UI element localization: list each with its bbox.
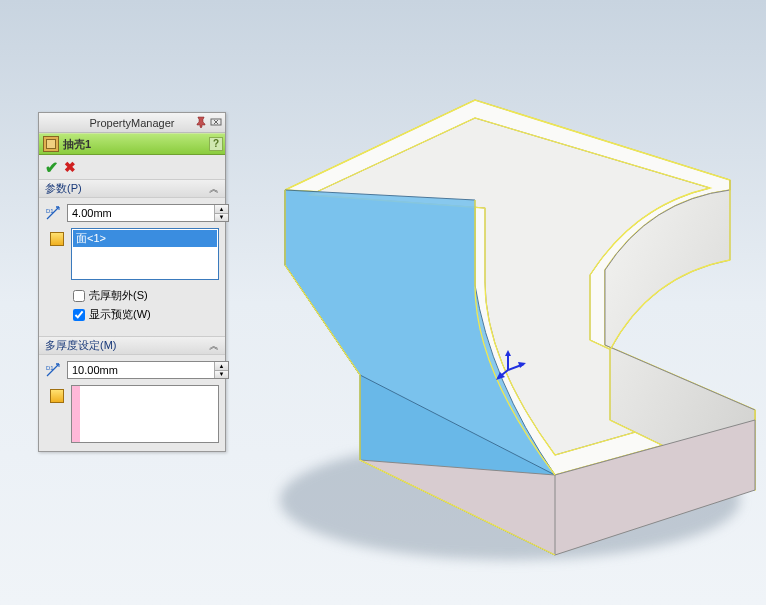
parameters-header[interactable]: 参数(P) ︽ — [39, 180, 225, 198]
parameters-body: D1 ▲ ▼ 面<1> — [39, 198, 225, 332]
show-preview-row: 显示预览(W) — [45, 305, 219, 324]
help-button[interactable]: ? — [209, 137, 223, 151]
header-toolbar — [194, 115, 223, 129]
spin-up-button[interactable]: ▲ — [215, 205, 228, 214]
multi-thickness-row: D1 ▲ ▼ — [45, 361, 219, 379]
show-preview-label: 显示预览(W) — [89, 307, 151, 322]
spin-down-button[interactable]: ▼ — [215, 371, 228, 379]
svg-text:D1: D1 — [46, 208, 54, 214]
expand-icon[interactable] — [209, 115, 223, 129]
svg-text:D1: D1 — [46, 365, 54, 371]
shell-outward-checkbox[interactable] — [73, 290, 85, 302]
multi-thickness-title: 多厚度设定(M) — [45, 338, 117, 353]
pushpin-icon[interactable] — [194, 115, 208, 129]
active-row-indicator — [72, 386, 80, 442]
property-manager-panel: PropertyManager 抽壳1 ? ✔ ✖ 参数(P) ︽ D1 — [38, 112, 226, 452]
face-selection-icon — [45, 387, 69, 405]
multi-faces-list[interactable] — [71, 385, 219, 443]
property-manager-header: PropertyManager — [39, 113, 225, 133]
show-preview-checkbox[interactable] — [73, 309, 85, 321]
dimension-icon: D1 — [45, 204, 65, 222]
thickness-input[interactable] — [68, 205, 214, 221]
property-manager-title: PropertyManager — [90, 117, 175, 129]
multi-thickness-spinner: ▲ ▼ — [214, 362, 228, 378]
feature-header: 抽壳1 ? — [39, 133, 225, 155]
graphics-viewport[interactable] — [230, 0, 766, 605]
selected-face-item[interactable]: 面<1> — [73, 230, 217, 247]
collapse-icon: ︽ — [209, 339, 219, 353]
thickness-input-wrap: ▲ ▼ — [67, 204, 229, 222]
multi-thickness-header[interactable]: 多厚度设定(M) ︽ — [39, 337, 225, 355]
multi-faces-row — [45, 385, 219, 443]
shell-feature-icon — [43, 136, 59, 152]
spin-down-button[interactable]: ▼ — [215, 214, 228, 222]
multi-thickness-input-wrap: ▲ ▼ — [67, 361, 229, 379]
svg-marker-5 — [505, 350, 511, 356]
multi-thickness-section: 多厚度设定(M) ︽ D1 ▲ ▼ — [39, 336, 225, 451]
collapse-icon: ︽ — [209, 182, 219, 196]
shell-outward-label: 壳厚朝外(S) — [89, 288, 148, 303]
orientation-triad[interactable] — [498, 350, 528, 380]
cancel-button[interactable]: ✖ — [64, 159, 76, 175]
spin-up-button[interactable]: ▲ — [215, 362, 228, 371]
dimension-icon: D1 — [45, 361, 65, 379]
face-selection-icon — [45, 230, 69, 248]
multi-thickness-body: D1 ▲ ▼ — [39, 355, 225, 451]
svg-marker-7 — [518, 362, 526, 368]
parameters-section: 参数(P) ︽ D1 ▲ ▼ — [39, 179, 225, 332]
thickness-row: D1 ▲ ▼ — [45, 204, 219, 222]
feature-name: 抽壳1 — [63, 137, 91, 152]
model-3d — [230, 60, 760, 580]
ok-button[interactable]: ✔ — [45, 158, 58, 177]
faces-row: 面<1> — [45, 228, 219, 280]
parameters-title: 参数(P) — [45, 181, 82, 196]
confirm-row: ✔ ✖ — [39, 155, 225, 179]
multi-thickness-input[interactable] — [68, 362, 214, 378]
shell-outward-row: 壳厚朝外(S) — [45, 286, 219, 305]
faces-to-remove-list[interactable]: 面<1> — [71, 228, 219, 280]
thickness-spinner: ▲ ▼ — [214, 205, 228, 221]
